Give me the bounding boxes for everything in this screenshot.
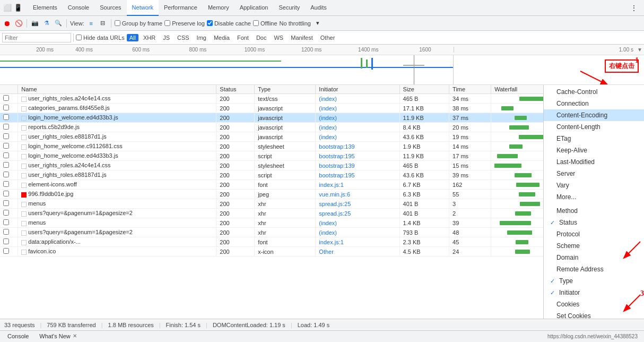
filter-js-btn[interactable]: JS (160, 34, 172, 41)
menu-content-length[interactable]: Content-Length (544, 121, 644, 133)
filter-media-btn[interactable]: Media (211, 34, 232, 41)
time-header[interactable]: Time (449, 85, 491, 94)
filter-ws-btn[interactable]: WS (271, 34, 286, 41)
group-by-frame-checkbox[interactable]: Group by frame (115, 20, 162, 27)
more-options-icon[interactable]: ⋮ (626, 4, 642, 12)
row-initiator[interactable]: bootstrap:195 (316, 151, 399, 161)
menu-protocol[interactable]: Protocol (544, 228, 644, 240)
close-whats-new-icon[interactable]: ✕ (73, 333, 77, 339)
row-checkbox[interactable] (3, 219, 9, 225)
row-checkbox[interactable] (3, 95, 9, 101)
menu-server[interactable]: Server (544, 168, 644, 179)
row-initiator[interactable]: bootstrap:195 (316, 170, 399, 180)
filter-css-btn[interactable]: CSS (175, 34, 192, 41)
menu-connection[interactable]: Connection (544, 98, 644, 109)
row-checkbox[interactable] (3, 229, 9, 235)
row-initiator[interactable]: spread.js:25 (316, 199, 399, 209)
waterfall-sort-icon[interactable]: ▼ (636, 47, 644, 53)
filter-font-btn[interactable]: Font (234, 34, 251, 41)
menu-remote-address[interactable]: Remote Address (544, 263, 644, 275)
row-initiator[interactable]: (index) (316, 132, 399, 142)
row-initiator[interactable]: (index) (316, 104, 399, 113)
row-initiator[interactable]: index.js:1 (316, 180, 399, 190)
row-checkbox[interactable] (3, 105, 9, 110)
tab-application[interactable]: Application (234, 0, 274, 16)
menu-vary[interactable]: Vary (544, 179, 644, 191)
load-time: Load: 1.49 s (298, 322, 330, 328)
tab-console[interactable]: Console (63, 0, 94, 16)
status-header[interactable]: Status (216, 85, 255, 94)
bottom-tab-console[interactable]: Console (2, 332, 34, 341)
row-initiator[interactable]: Other (316, 247, 399, 256)
preserve-log-checkbox[interactable]: Preserve log (164, 20, 205, 27)
view-list-icon[interactable]: ≡ (86, 19, 96, 28)
row-checkbox[interactable] (3, 172, 9, 177)
filter-input[interactable] (2, 33, 71, 42)
row-initiator[interactable]: index.js:1 (316, 237, 399, 247)
file-icon (21, 250, 27, 255)
initiator-header[interactable]: Initiator (316, 85, 399, 94)
row-checkbox[interactable] (3, 210, 9, 216)
row-checkbox[interactable] (3, 162, 9, 168)
tab-memory[interactable]: Memory (203, 0, 234, 16)
row-checkbox[interactable] (3, 248, 9, 254)
row-initiator[interactable]: bootstrap:139 (316, 161, 399, 170)
filter-xhr-btn[interactable]: XHR (141, 34, 158, 41)
row-name: login_home_welcome.ed4d33b3.js (18, 113, 216, 123)
menu-type[interactable]: Type (544, 275, 644, 287)
filter-manifest-btn[interactable]: Manifest (288, 34, 316, 41)
row-initiator[interactable]: spread.js:25 (316, 209, 399, 218)
bottom-tab-whats-new[interactable]: What's New ✕ (34, 332, 82, 341)
tab-performance[interactable]: Performance (159, 0, 203, 16)
filter-all-btn[interactable]: All (127, 34, 138, 41)
row-initiator[interactable]: (index) (316, 218, 399, 228)
row-checkbox[interactable] (3, 143, 9, 149)
row-initiator[interactable]: (index) (316, 123, 399, 132)
menu-last-modified[interactable]: Last-Modified (544, 156, 644, 168)
menu-status[interactable]: Status (544, 217, 644, 228)
menu-method[interactable]: Method (544, 205, 644, 217)
row-initiator[interactable]: (index) (316, 94, 399, 104)
search-btn[interactable]: 🔍 (54, 19, 63, 28)
row-checkbox[interactable] (3, 124, 9, 130)
throttling-dropdown[interactable]: ▾ (313, 19, 323, 28)
row-checkbox[interactable] (3, 133, 9, 139)
camera-btn[interactable]: 📷 (30, 19, 40, 28)
name-header[interactable]: Name (18, 85, 216, 94)
row-checkbox[interactable] (3, 181, 9, 187)
inspect-icon[interactable]: ⬜ (3, 4, 12, 12)
tab-sources[interactable]: Sources (94, 0, 126, 16)
hide-data-urls-checkbox[interactable]: Hide data URLs (76, 35, 125, 41)
tab-network[interactable]: Network (127, 0, 159, 16)
row-checkbox[interactable] (3, 191, 9, 196)
type-header[interactable]: Type (255, 85, 316, 94)
disable-cache-checkbox[interactable]: Disable cache (207, 20, 251, 27)
filter-other-btn[interactable]: Other (318, 34, 338, 41)
row-initiator[interactable]: (index) (316, 113, 399, 123)
row-checkbox[interactable] (3, 152, 9, 158)
row-initiator[interactable]: bootstrap:139 (316, 142, 399, 151)
row-checkbox[interactable] (3, 238, 9, 244)
view-grid-icon[interactable]: ⊟ (98, 19, 108, 28)
tab-audits[interactable]: Audits (305, 0, 332, 16)
menu-keep-alive[interactable]: Keep-Alive (544, 144, 644, 156)
menu-content-encoding[interactable]: Content-Encoding (544, 109, 644, 121)
row-initiator[interactable]: (index) (316, 228, 399, 237)
offline-checkbox[interactable]: Offline (253, 20, 277, 27)
menu-more[interactable]: More... (544, 191, 644, 203)
row-initiator[interactable]: vue.min.js:6 (316, 190, 399, 199)
filter-doc-btn[interactable]: Doc (254, 34, 269, 41)
tab-elements[interactable]: Elements (28, 0, 63, 16)
record-stop-btn[interactable]: ⏺ (2, 19, 12, 28)
size-header[interactable]: Size (399, 85, 449, 94)
filter-btn-icon[interactable]: ⚗ (42, 19, 51, 28)
filter-img-btn[interactable]: Img (194, 34, 209, 41)
clear-btn[interactable]: 🚫 (14, 19, 23, 28)
row-checkbox[interactable] (3, 200, 9, 206)
menu-cache-control[interactable]: Cache-Control (544, 86, 644, 98)
menu-etag[interactable]: ETag (544, 133, 644, 144)
row-checkbox[interactable] (3, 114, 9, 120)
tab-security[interactable]: Security (273, 0, 305, 16)
mobile-icon[interactable]: 📱 (14, 4, 22, 12)
row-size: 1.9 KB (399, 142, 449, 151)
